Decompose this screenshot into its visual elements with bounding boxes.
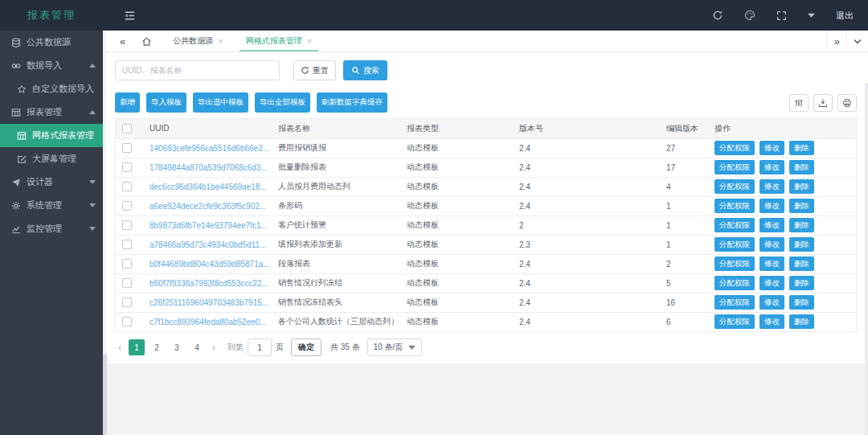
- sidebar-item[interactable]: 系统管理: [0, 194, 103, 217]
- close-tab-icon[interactable]: ×: [307, 36, 312, 46]
- tab-item[interactable]: 公共数据源×: [162, 31, 234, 51]
- modify-button[interactable]: 修改: [760, 199, 784, 213]
- toolbar-button[interactable]: 刷新数据字典缓存: [317, 92, 387, 113]
- row-checkbox[interactable]: [122, 201, 132, 211]
- delete-button[interactable]: 删除: [789, 218, 814, 232]
- print-button[interactable]: [837, 94, 857, 112]
- modify-button[interactable]: 修改: [760, 276, 784, 290]
- prev-page-button[interactable]: ‹: [115, 342, 125, 353]
- logout-button[interactable]: 退出: [836, 10, 854, 22]
- row-checkbox[interactable]: [122, 162, 132, 172]
- caret-down-icon[interactable]: [808, 13, 815, 18]
- page-number[interactable]: 1: [129, 339, 145, 355]
- collapse-tabs-icon[interactable]: «: [113, 35, 132, 47]
- assign-permission-button[interactable]: 分配权限: [714, 237, 755, 252]
- tab-item[interactable]: 网格式报表管理×: [235, 31, 323, 51]
- row-checkbox[interactable]: [122, 298, 132, 307]
- page-number[interactable]: 4: [189, 339, 205, 355]
- sidebar-item[interactable]: 监控管理: [0, 217, 103, 240]
- uuid-link[interactable]: a6ee924dece2cfe9c363f5c902...: [149, 202, 266, 211]
- refresh-icon[interactable]: [712, 10, 723, 21]
- delete-button[interactable]: 删除: [789, 295, 814, 310]
- row-checkbox[interactable]: [122, 220, 132, 230]
- column-filter-button[interactable]: [789, 94, 809, 112]
- sidebar-item[interactable]: 报表管理: [0, 101, 103, 124]
- modify-button[interactable]: 修改: [760, 179, 784, 194]
- toolbar-button[interactable]: 导入模板: [146, 92, 186, 113]
- assign-permission-button[interactable]: 分配权限: [714, 160, 755, 174]
- assign-permission-button[interactable]: 分配权限: [714, 179, 755, 194]
- assign-permission-button[interactable]: 分配权限: [714, 218, 755, 232]
- reset-button[interactable]: 重置: [293, 60, 336, 80]
- sidebar-item[interactable]: 自定义数据导入: [0, 77, 103, 101]
- assign-permission-button[interactable]: 分配权限: [714, 199, 755, 213]
- modify-button[interactable]: 修改: [760, 237, 784, 252]
- toolbar-button[interactable]: 导出选中模板: [193, 92, 248, 113]
- uuid-link[interactable]: dec6cc96d364b1be44569ae18...: [149, 183, 267, 191]
- assign-permission-button[interactable]: 分配权限: [714, 141, 755, 155]
- export-button[interactable]: [813, 94, 833, 112]
- toolbar-button[interactable]: 导出全部模板: [255, 92, 310, 113]
- modify-button[interactable]: 修改: [760, 218, 784, 232]
- version-cell: 2.4: [513, 273, 660, 293]
- sidebar-item[interactable]: 数据导入: [0, 54, 103, 77]
- uuid-link[interactable]: b50f7f9336a7993f8cd553ccc22...: [149, 279, 268, 288]
- delete-button[interactable]: 删除: [789, 179, 814, 194]
- sidebar-item[interactable]: 设计器: [0, 170, 103, 194]
- table-tools: [789, 94, 857, 112]
- row-checkbox[interactable]: [122, 240, 132, 249]
- sidebar-item[interactable]: 大屏幕管理: [0, 147, 103, 170]
- next-page-button[interactable]: ›: [209, 342, 219, 353]
- row-checkbox[interactable]: [122, 259, 132, 269]
- toolbar-button[interactable]: 新增: [115, 92, 140, 113]
- theme-palette-icon[interactable]: [744, 10, 755, 21]
- page-number[interactable]: 3: [169, 339, 185, 355]
- assign-permission-button[interactable]: 分配权限: [714, 314, 755, 329]
- assign-permission-button[interactable]: 分配权限: [714, 295, 755, 310]
- row-checkbox[interactable]: [122, 278, 132, 288]
- jump-page-input[interactable]: [248, 339, 272, 356]
- delete-button[interactable]: 删除: [789, 314, 814, 329]
- delete-button[interactable]: 删除: [789, 141, 814, 155]
- search-input[interactable]: [115, 60, 280, 80]
- select-all-checkbox[interactable]: [122, 124, 132, 133]
- assign-permission-button[interactable]: 分配权限: [714, 276, 755, 290]
- row-checkbox[interactable]: [122, 317, 132, 326]
- uuid-link[interactable]: a78466a95d73c4934c0bd5d11...: [149, 240, 267, 249]
- reset-button-label: 重置: [313, 65, 329, 76]
- modify-button[interactable]: 修改: [760, 160, 784, 174]
- delete-button[interactable]: 删除: [789, 237, 814, 252]
- assign-permission-button[interactable]: 分配权限: [714, 256, 755, 271]
- modify-button[interactable]: 修改: [760, 256, 784, 271]
- close-tab-icon[interactable]: ×: [218, 36, 223, 46]
- arrow-down-icon: [89, 203, 96, 207]
- uuid-link[interactable]: 8b9873d6fb7e14e93794ee7fc1...: [149, 221, 268, 230]
- content-scrollbar[interactable]: [103, 354, 107, 435]
- search-button[interactable]: 搜索: [343, 60, 387, 80]
- modify-button[interactable]: 修改: [760, 314, 784, 329]
- home-tab-icon[interactable]: [132, 36, 162, 47]
- sidebar-item[interactable]: 网格式报表管理: [0, 124, 103, 147]
- delete-button[interactable]: 删除: [789, 276, 814, 290]
- modify-button[interactable]: 修改: [760, 141, 784, 155]
- row-checkbox[interactable]: [122, 143, 132, 153]
- uuid-link[interactable]: 140693cefe956ca5516d6b66e2...: [149, 144, 269, 153]
- modify-button[interactable]: 修改: [760, 295, 784, 310]
- uuid-link[interactable]: c7f1bcc893964feda80ab52ee0...: [149, 318, 267, 326]
- chevron-down-icon[interactable]: [846, 31, 868, 51]
- uuid-link[interactable]: 17849844a870a539d7068c6d3...: [149, 163, 268, 172]
- uuid-link[interactable]: b0f44689bd804c43d59d85871a...: [149, 260, 270, 269]
- vertical-scrollbar[interactable]: [865, 83, 868, 435]
- confirm-page-button[interactable]: 确定: [291, 339, 321, 356]
- delete-button[interactable]: 删除: [789, 199, 814, 213]
- expand-tabs-icon[interactable]: »: [827, 31, 846, 51]
- page-number[interactable]: 2: [149, 339, 165, 355]
- row-checkbox[interactable]: [122, 182, 132, 191]
- uuid-link[interactable]: c26f25111696049703483b7915...: [149, 298, 268, 307]
- page-size-select[interactable]: 10 条/页: [367, 339, 423, 356]
- sidebar-item[interactable]: 公共数据源: [0, 31, 103, 54]
- delete-button[interactable]: 删除: [789, 160, 814, 174]
- delete-button[interactable]: 删除: [789, 256, 814, 271]
- menu-fold-icon[interactable]: [124, 10, 136, 22]
- fullscreen-icon[interactable]: [776, 10, 787, 21]
